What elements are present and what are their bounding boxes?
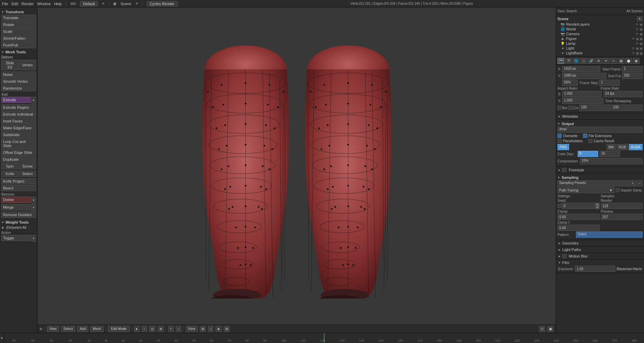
sampling-presets-add-btn[interactable]: +: [630, 180, 636, 186]
inset-faces-btn[interactable]: Inset Faces: [1, 118, 36, 124]
lamp-extra-icon[interactable]: ▣: [640, 42, 643, 45]
light-extra-icon[interactable]: ▣: [636, 47, 639, 50]
tree-filter-btn[interactable]: ▼: [637, 16, 643, 21]
scale-btn[interactable]: Scale: [1, 28, 36, 35]
seed-down-arrow[interactable]: ▼: [595, 206, 600, 209]
menu-edit[interactable]: Edit: [12, 2, 18, 6]
object-props-icon[interactable]: ◻: [580, 58, 587, 64]
extrude-individual-btn[interactable]: Extrude Individual: [1, 111, 36, 117]
viewport[interactable]: ⊞ View Select Add Mesh Edit Mode ● ○ ◎ ⊕…: [38, 8, 556, 333]
start-frame-field[interactable]: 1: [622, 66, 643, 72]
lamp-vis-icon[interactable]: 👁: [635, 42, 639, 45]
film-exposure-field[interactable]: 1.00: [575, 266, 615, 272]
randomize-btn[interactable]: Randomize: [1, 85, 36, 91]
spin-btn[interactable]: Spin: [1, 163, 18, 169]
render-field[interactable]: 128: [601, 203, 643, 209]
lightback-extra2-icon[interactable]: ▣: [640, 51, 643, 55]
camera-vis-icon[interactable]: 👁: [635, 32, 639, 36]
data-icon[interactable]: ▦: [618, 58, 625, 64]
x-res-field[interactable]: 1920 px: [562, 66, 600, 72]
renderer-selector[interactable]: Cycles Render: [147, 1, 178, 6]
preview-field[interactable]: 207: [601, 214, 643, 220]
xray-icon[interactable]: □: [208, 326, 213, 332]
merge-dropdown-arrow[interactable]: ▼: [31, 204, 36, 211]
file-ext-checkbox[interactable]: [583, 134, 587, 138]
film-header[interactable]: Film: [558, 261, 642, 265]
color-depth-8-field[interactable]: 8: [578, 151, 598, 157]
tree-item-lightback[interactable]: ☀ LightBack 👁 ▣ ▣: [557, 51, 643, 55]
overlay-icon[interactable]: ◈: [215, 326, 222, 332]
constraint-icon[interactable]: 🔗: [588, 58, 594, 64]
compression-field[interactable]: 15%: [580, 158, 643, 164]
timeline-corner[interactable]: ⊞: [0, 333, 4, 343]
scene-close[interactable]: ✕: [135, 2, 138, 5]
bisect-btn[interactable]: Bisect: [1, 185, 36, 191]
aspect-x-field[interactable]: 1.000: [562, 91, 602, 97]
tree-item-light[interactable]: ☀ Light 👁 ▣ ▣: [557, 46, 643, 51]
push-pull-btn[interactable]: PushPull: [1, 42, 36, 48]
subdivide-btn[interactable]: Subdivide: [1, 132, 36, 138]
select-btn[interactable]: Select: [19, 171, 36, 177]
world-props-icon[interactable]: 🌐: [573, 58, 579, 64]
smooth-vertex-btn[interactable]: Smooth Vertex: [1, 78, 36, 84]
placeholders-checkbox[interactable]: [557, 139, 562, 143]
clamp-i-field[interactable]: 0.00: [557, 225, 600, 231]
sampling-header[interactable]: Sampling: [557, 175, 643, 180]
motion-blur-section[interactable]: Motion Blur: [556, 253, 644, 260]
slide-ed-btn[interactable]: Slide Ed: [1, 60, 18, 70]
bor-checkbox[interactable]: [557, 106, 562, 110]
lightback-extra-icon[interactable]: ▣: [636, 51, 639, 55]
cache-result-checkbox[interactable]: [588, 139, 592, 143]
extrude-btn[interactable]: Extrude: [1, 97, 30, 103]
output-header[interactable]: Output: [557, 121, 643, 127]
tree-item-lamp[interactable]: 💡 Lamp 👁 ▣: [557, 41, 643, 46]
duplicate-btn[interactable]: Duplicate: [1, 156, 36, 162]
select-menu-btn[interactable]: Select: [61, 326, 76, 332]
overwrite-checkbox[interactable]: [557, 134, 562, 138]
frame-icon[interactable]: ⊡: [539, 326, 545, 332]
weight-tools-title[interactable]: Weight Tools: [1, 219, 36, 225]
figure-vis-icon[interactable]: 👁: [632, 37, 635, 41]
view-btn-rp[interactable]: View: [557, 9, 565, 13]
camera-extra-icon[interactable]: ▣: [640, 32, 643, 36]
screw-btn[interactable]: Screw: [19, 163, 36, 169]
sampling-presets-field[interactable]: Sampling Presets: [557, 180, 629, 186]
wire-icon[interactable]: ○: [142, 326, 147, 332]
make-edge-face-btn[interactable]: Make Edge/Face: [1, 125, 36, 131]
square-samp-checkbox[interactable]: [616, 188, 620, 192]
scale-field[interactable]: 50%: [562, 80, 578, 86]
camera-icon[interactable]: ▣: [547, 326, 554, 332]
offset-edge-slide-btn[interactable]: Offset Edge Slide: [1, 149, 36, 156]
workspace-close[interactable]: ✕: [102, 2, 105, 5]
rotate-btn[interactable]: Rotate: [1, 22, 36, 28]
geometry-section[interactable]: Geometry: [556, 240, 644, 247]
end-frame-field[interactable]: 250: [622, 73, 643, 79]
png-btn[interactable]: PNG: [557, 144, 569, 150]
particles-icon[interactable]: ✦: [603, 58, 609, 64]
frame-step-field[interactable]: 1: [599, 80, 620, 86]
gizmo-icon[interactable]: ⊞: [224, 326, 230, 332]
scene-selector[interactable]: Scene: [120, 2, 131, 6]
merge-btn[interactable]: Merge: [1, 204, 30, 210]
seed-field[interactable]: 0: [562, 203, 595, 209]
output-path-field[interactable]: /tmp/: [557, 127, 643, 133]
aspect-y-field[interactable]: 1.000: [562, 98, 603, 104]
figure-extra-icon[interactable]: ▣: [636, 37, 639, 41]
knife-btn[interactable]: Knife: [1, 171, 18, 177]
freestyle-section[interactable]: Freestyle: [556, 167, 644, 173]
solid-icon[interactable]: ◎: [149, 326, 156, 332]
toggle-dropdown-arrow[interactable]: ▼: [31, 235, 36, 242]
renderlayers-cam-icon[interactable]: ▣: [640, 23, 643, 26]
sampling-presets-remove-btn[interactable]: −: [636, 180, 643, 186]
bor-val-field[interactable]: 100: [579, 105, 611, 111]
figure-extra2-icon[interactable]: ▣: [640, 37, 643, 41]
render-icon[interactable]: 📷: [557, 58, 564, 64]
tree-item-world[interactable]: 🌐 World 👁 ▣: [557, 27, 643, 31]
sobol-field[interactable]: Sobol: [576, 232, 643, 238]
mesh-menu-btn[interactable]: Mesh: [90, 326, 103, 332]
texture-icon[interactable]: ⊕: [158, 326, 164, 332]
rgba-btn[interactable]: RGBA: [629, 144, 643, 150]
transform-section-title[interactable]: Transform: [1, 9, 36, 15]
texture-props-icon[interactable]: ▣: [633, 58, 640, 64]
extrude-dropdown-arrow[interactable]: ▼: [31, 97, 36, 104]
